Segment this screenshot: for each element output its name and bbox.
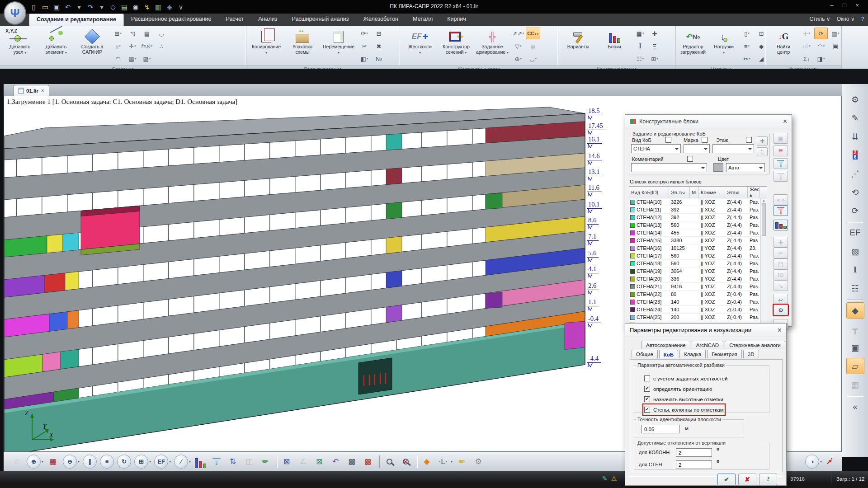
duplicate-icon[interactable]: ⊟ [372, 28, 386, 39]
window-menu-item[interactable]: ? [861, 16, 864, 22]
book-icon[interactable]: ▤ [119, 2, 129, 13]
checkbox[interactable] [644, 375, 650, 381]
numbering-icon[interactable]: 12)▾ [800, 40, 813, 52]
kob-table-row[interactable]: СТЕНА[25]200|| XOZZ(-0.4)Раз. [629, 314, 767, 321]
diagram-icon[interactable]: ▥ [153, 2, 163, 13]
solid-block-icon[interactable]: ▧ [846, 243, 864, 259]
block-flip-icon[interactable]: ⇅ [226, 455, 240, 469]
checkbox[interactable] [644, 407, 650, 413]
joints-icon[interactable]: ⊕▾ [511, 53, 525, 65]
mirror-icon[interactable]: ◧▾ [358, 53, 371, 65]
show-floors-icon[interactable]: ▩ [361, 455, 375, 469]
column-head-icon[interactable]: ┳ [846, 321, 864, 337]
kob-table-row[interactable]: СТЕНА[14]455|| XOZZ(-4.4)Раз. [629, 229, 767, 237]
ribbon-tab[interactable]: Расширенный анализ [284, 14, 356, 26]
window-menu-item[interactable]: Окно ∨ [837, 16, 855, 22]
vid-kob-select[interactable]: СТЕНА [631, 144, 681, 153]
kob-table-row[interactable]: СТЕНА[23]140|| XOZZ(-0.4)Раз. [629, 298, 767, 306]
checkbox-row[interactable]: Стены, колонны по отметкам [644, 405, 724, 414]
panels-icon[interactable]: ▥▾ [829, 28, 842, 39]
kob-table-row[interactable]: СТЕНА[16]10125|| YOZZ(-4.4)23. [629, 244, 767, 252]
new-document-icon[interactable]: ▯ [29, 2, 39, 13]
comment-select[interactable] [631, 163, 707, 172]
list-compact-icon[interactable]: ≣ [774, 145, 788, 156]
cc12-icon[interactable]: CC₁₂ [526, 28, 540, 39]
params-tab[interactable]: КоБ [659, 350, 678, 358]
perspective-icon[interactable]: ◑ [805, 455, 819, 469]
id-icon[interactable]: ID [774, 269, 788, 280]
cycle-one-icon[interactable]: ⟳ [846, 202, 864, 219]
rotate-icon[interactable]: ⟳▾ [358, 28, 371, 39]
surface-generator-icon[interactable]: ▯▾ [111, 40, 125, 52]
marka-select[interactable] [684, 144, 710, 153]
minimize-button[interactable]: – [826, 2, 838, 9]
color-swatch[interactable] [713, 163, 723, 172]
arc-generator-icon[interactable]: ◡ [155, 28, 168, 39]
color-select[interactable]: Авто [726, 163, 765, 172]
close-icon[interactable]: × [778, 326, 782, 334]
cancel-button[interactable]: ✘ [738, 474, 756, 485]
etazh-checkbox[interactable] [746, 137, 752, 143]
ribbon-tab[interactable]: Металл [406, 14, 440, 26]
redo-more-icon[interactable]: ▾ [97, 2, 107, 13]
load-editor-button[interactable]: ↶№Редакторзагружений [679, 28, 708, 60]
frame-3d-generator-icon[interactable]: ▤ [140, 28, 154, 39]
gear-edit-icon[interactable]: ⚙ [472, 455, 485, 469]
checkbox-row[interactable]: определять ориентацию [644, 385, 712, 393]
table-header[interactable]: Эл-ты [669, 187, 690, 198]
panel-icon[interactable]: ⊞▾ [648, 53, 661, 65]
table-header[interactable]: Жес ▴ [748, 187, 760, 198]
walls-deviation-input[interactable] [676, 460, 712, 469]
params-dialog-titlebar[interactable]: Параметры редактирования и визуализации … [625, 324, 786, 337]
ribbon-tab[interactable]: Создание и редактирование [29, 14, 124, 26]
stiffness-button[interactable]: EF✚Жесткости ▾ [403, 28, 437, 60]
stiffness-select-icon[interactable]: EF [154, 455, 168, 469]
create-sapfir-button[interactable]: Создать вСАПФИР [75, 28, 109, 60]
maximize-button[interactable]: □ [838, 2, 851, 9]
kob-table-row[interactable]: СТЕНА[17]560|| YOZZ(-4.4)Раз. [629, 252, 767, 260]
spray-nodes-icon[interactable]: ∴ [155, 40, 168, 52]
reinforcement-button[interactable]: ╬Заданноеармирование ▾ [475, 28, 509, 60]
wall-panel-icon[interactable]: ▱ [846, 358, 864, 374]
params-tab[interactable]: Кладка [679, 350, 706, 358]
kob-table-row[interactable]: СТЕНА[24]140|| XOZZ(-0.4)Раз. [629, 306, 767, 314]
poly-select-icon[interactable]: ▦ [46, 455, 60, 469]
kob-table-row[interactable]: СТЕНА[13]560|| XOZZ(-4.4)Раз. [629, 221, 767, 229]
add-wall-icon[interactable]: ✚ [648, 28, 661, 39]
table-header[interactable]: М... [690, 187, 699, 198]
fxy-surface-icon[interactable]: f(x,y)▾ [140, 40, 154, 52]
sync-edit-icon[interactable]: ⚙ [846, 91, 864, 108]
filter-off-icon[interactable] [774, 171, 788, 182]
vertical-elements-icon[interactable]: ∥ [83, 455, 97, 469]
add-node-button[interactable]: X,Y,ZДобавитьузел ▾ [3, 28, 37, 60]
pack-button[interactable]: Упаковкасхемы [285, 28, 320, 60]
delete-numbers-icon[interactable]: ⇊ [846, 128, 864, 145]
snapshot-icon[interactable]: ◉ [131, 2, 141, 13]
undo-more-icon[interactable]: ▾ [74, 2, 84, 13]
grid-select-icon[interactable]: ⊞ [134, 455, 148, 469]
lasso-select-icon[interactable]: ☆ [10, 455, 24, 469]
node-select-icon[interactable]: ⊕ [27, 455, 41, 469]
truss-generator-icon[interactable]: ◹ [126, 28, 139, 39]
cycle-icon[interactable]: ⟲ [846, 184, 864, 200]
etazh-select[interactable] [712, 144, 754, 153]
flash-icon[interactable]: ↯ [142, 2, 152, 13]
dome-generator-icon[interactable]: ◠ [111, 53, 125, 65]
rebuild-blocks-icon[interactable]: ⚙ [774, 305, 788, 315]
element-select-icon[interactable]: ⊖ [63, 455, 77, 469]
loads-button[interactable]: ↓Нагрузки ▾ [709, 28, 738, 60]
masonry-icon[interactable]: ☷▾ [633, 53, 647, 65]
steel-icon[interactable]: I [633, 40, 647, 52]
params-tab[interactable]: Геометрия [707, 350, 741, 358]
show-color-blocks-icon[interactable] [774, 220, 788, 230]
masonry-icon[interactable]: ☷ [846, 280, 864, 296]
cut-block-icon[interactable]: ✂ [774, 248, 788, 258]
steel-section-icon[interactable]: I [846, 262, 864, 278]
kob-table-row[interactable]: СТЕНА[21]9416|| YOZZ(-4.4)Раз. [629, 283, 767, 291]
pen-select-icon[interactable]: ∕ [174, 455, 188, 469]
checkbox[interactable] [644, 396, 650, 402]
dke-icon[interactable]: ▨▾ [140, 53, 154, 65]
ribbon-tab[interactable]: Кирпич [440, 14, 473, 26]
params-tab[interactable]: Стержневые аналоги [725, 341, 785, 349]
document-tab[interactable]: 01.lir × [14, 85, 49, 96]
